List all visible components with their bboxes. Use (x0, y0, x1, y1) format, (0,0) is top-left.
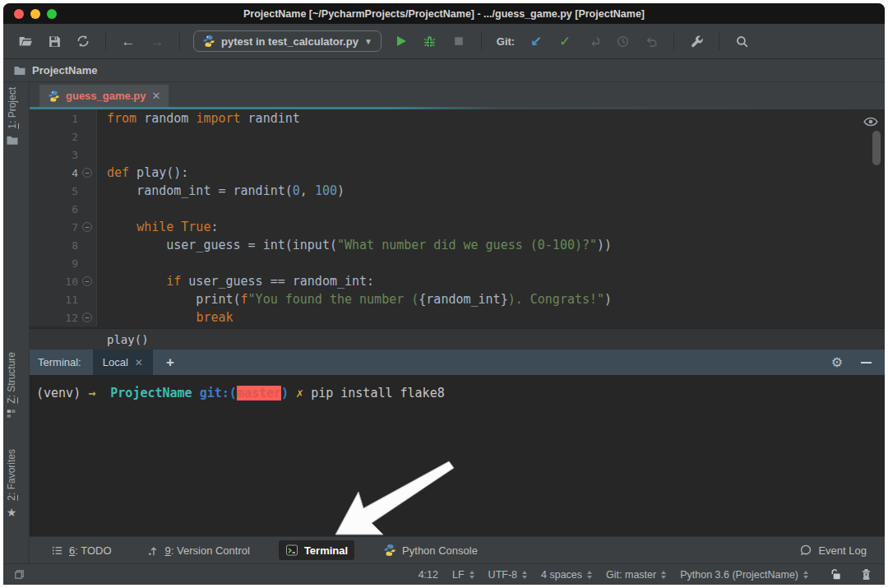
code-editor[interactable]: 1−from random import randint2−3−4−def pl… (30, 109, 885, 328)
breadcrumb-project[interactable]: ProjectName (32, 64, 97, 76)
prompt-segment: (venv) (36, 386, 88, 400)
line-number: 2 (62, 131, 78, 143)
code-segment: True (181, 220, 210, 234)
code-segment: ) (604, 292, 612, 307)
terminal-header: Terminal: Local ✕ + ⚙ (30, 350, 885, 375)
terminal-prompt-line: (venv) → ProjectName git:(master) ✗ pip … (30, 375, 885, 400)
sync-icon[interactable] (74, 32, 92, 50)
title-bar: ProjectName [~/PycharmProjects/ProjectNa… (3, 3, 885, 24)
new-terminal-session-button[interactable]: + (166, 354, 174, 371)
sidebar-item-label: Z: Structure (6, 352, 17, 404)
search-icon[interactable] (733, 32, 751, 50)
open-folder-icon[interactable] (16, 32, 35, 50)
toolwindow-event-log[interactable]: Event Log (793, 540, 873, 560)
fold-marker-icon[interactable]: − (82, 168, 92, 178)
run-button[interactable] (392, 32, 410, 50)
minimize-panel-icon[interactable] (861, 362, 872, 363)
line-number: 1 (62, 113, 78, 125)
git-history-icon[interactable] (613, 32, 631, 50)
run-configuration-select[interactable]: pytest in test_calculator.py ▼ (193, 30, 382, 52)
code-segment: "You found the number ( (248, 292, 419, 307)
code-segment: break (196, 310, 233, 325)
status-item-label: Python 3.6 (ProjectName) (680, 569, 798, 581)
toolwindow-label: Terminal (304, 544, 348, 557)
fold-marker-icon[interactable]: − (82, 276, 92, 286)
status-item[interactable]: Git: master (606, 569, 666, 581)
code-segment: randint (241, 111, 300, 126)
editor-scrollbar[interactable] (872, 131, 881, 165)
git-commit-icon[interactable]: ✓ (556, 32, 574, 50)
lock-open-icon[interactable] (826, 566, 844, 584)
save-icon[interactable] (45, 32, 63, 50)
toolwindow-label: Event Log (818, 544, 867, 557)
code-segment: play(): (129, 165, 188, 180)
git-update-icon[interactable]: ↙ (527, 32, 545, 50)
fold-marker-icon[interactable]: − (82, 222, 92, 232)
terminal-tab-close-icon[interactable]: ✕ (135, 357, 143, 368)
stop-button[interactable] (450, 32, 468, 50)
code-segment: user_guess == random_int: (181, 274, 374, 289)
back-icon[interactable]: ← (119, 32, 137, 50)
code-segment: random (136, 111, 196, 126)
code-line: 2− (30, 127, 885, 146)
terminal-panel[interactable]: (venv) → ProjectName git:(master) ✗ pip … (30, 375, 885, 536)
code-line: 1−from random import randint (30, 109, 885, 127)
project-folder-icon (13, 64, 26, 77)
git-push-icon[interactable] (585, 32, 603, 50)
tab-guess-game[interactable]: guess_game.py ✕ (39, 85, 169, 107)
editor-tab-bar: guess_game.py ✕ (30, 82, 885, 107)
sidebar-item-favorites[interactable]: ★2: Favorites (6, 449, 17, 519)
event-log-icon (799, 544, 812, 557)
sidebar-item-structure[interactable]: Z: Structure (6, 352, 17, 419)
close-tab-icon[interactable]: ✕ (152, 90, 161, 102)
sidebar-item-label: 1: Project (7, 87, 18, 129)
folder-icon (6, 134, 19, 147)
status-item[interactable]: LF (452, 569, 474, 581)
sorter-arrows-icon (469, 571, 474, 579)
toolwindow-terminal[interactable]: Terminal (279, 540, 354, 560)
git-rollback-icon[interactable] (642, 32, 660, 50)
code-text: break (97, 310, 234, 325)
code-line: 8− user_guess = int(input("What number d… (30, 236, 885, 254)
status-position[interactable]: 4:12 (419, 569, 438, 581)
toggle-toolwindows-icon[interactable] (10, 566, 28, 584)
code-text: while True: (97, 220, 218, 234)
prompt-segment: ) (281, 386, 289, 400)
gear-icon[interactable]: ⚙ (831, 354, 843, 370)
prompt-segment: git:( (200, 386, 237, 400)
debug-button[interactable] (421, 32, 439, 50)
fold-marker-icon[interactable]: − (82, 313, 92, 322)
status-item[interactable]: UTF-8 (488, 569, 527, 581)
code-segment (107, 310, 196, 325)
toolwindow-version-control[interactable]: 9: Version Control (141, 541, 257, 560)
forward-icon[interactable]: → (148, 32, 166, 50)
status-item[interactable]: 4 spaces (541, 569, 592, 581)
prompt-segment: ✗ (296, 386, 303, 400)
hector-inspector-icon[interactable] (857, 566, 875, 584)
editor-code: 1−from random import randint2−3−4−def pl… (30, 109, 885, 326)
toolbar-separator (179, 32, 180, 50)
toolwindow-python-console[interactable]: Python Console (377, 540, 484, 560)
gutter-cell: 4− (30, 164, 97, 182)
todo-icon (51, 544, 63, 557)
terminal-tab-local[interactable]: Local ✕ (93, 350, 153, 375)
sorter-arrows-icon (803, 571, 808, 579)
toolwindow-todo[interactable]: 6: TODO (44, 541, 118, 560)
line-number: 12 (62, 312, 78, 324)
chevron-down-icon: ▼ (364, 37, 372, 46)
code-segment (107, 220, 136, 234)
wrench-icon[interactable] (687, 32, 705, 50)
prompt-segment: ProjectName (110, 386, 192, 400)
pytest-icon (202, 35, 215, 48)
code-segment: def (107, 165, 129, 180)
sorter-arrows-icon (661, 571, 666, 579)
code-segment: 0 (293, 183, 300, 198)
sidebar-item-project[interactable]: 1: Project (6, 87, 19, 147)
code-line: 12− break (30, 308, 885, 326)
status-item-label: LF (452, 569, 465, 581)
prompt-segment (289, 386, 296, 400)
code-line: 11− print(f"You found the number ({rando… (30, 290, 885, 308)
eye-icon[interactable] (863, 115, 878, 131)
status-item[interactable]: Python 3.6 (ProjectName) (680, 569, 808, 581)
terminal-icon (285, 544, 298, 557)
